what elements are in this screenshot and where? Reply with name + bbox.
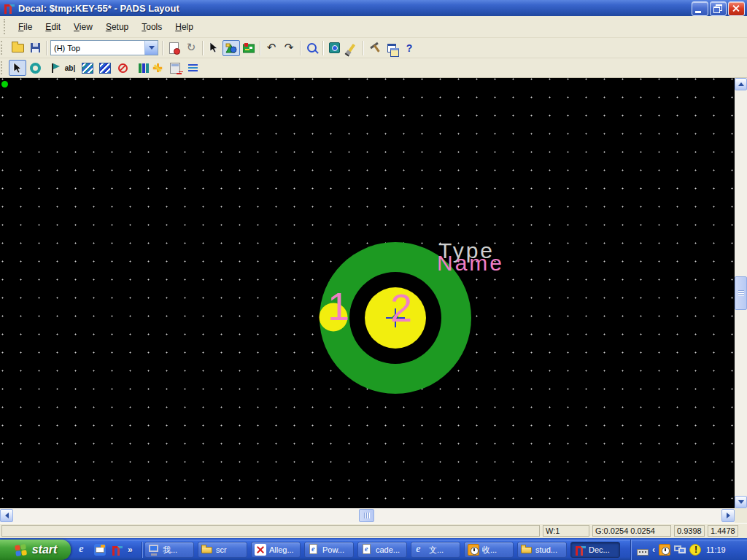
status-y-coordinate: 1.4478 — [708, 525, 738, 537]
open-file-button[interactable] — [9, 40, 26, 56]
undo-icon: ↶ — [267, 42, 276, 53]
menu-edit[interactable]: Edit — [39, 20, 67, 34]
window-title: Decal: $tmp:KEY-55* - PADS Layout — [18, 3, 179, 14]
drafting-toolbar-button[interactable] — [222, 40, 240, 56]
menu-tools[interactable]: Tools — [135, 20, 169, 34]
taskbar-clock[interactable]: 11:19 — [706, 545, 726, 554]
scroll-up-button[interactable] — [735, 78, 747, 90]
menubar-gripper[interactable] — [4, 19, 9, 34]
toolbar2-gripper[interactable] — [1, 61, 6, 74]
scroll-right-button[interactable] — [721, 509, 735, 522]
vertical-scrollbar[interactable] — [735, 78, 747, 508]
keepout-tool-button[interactable] — [114, 60, 131, 76]
status-x-coordinate: 0.9398 — [674, 525, 705, 537]
folder-icon — [201, 544, 213, 556]
task-button-pow[interactable]: Pow... — [304, 542, 354, 558]
html-doc-icon — [308, 544, 320, 556]
task-button-allegro[interactable]: Alleg... — [251, 542, 301, 558]
layer-selector-dropdown-button[interactable] — [144, 41, 158, 55]
minimize-button[interactable] — [692, 1, 708, 16]
app-icon — [3, 2, 15, 14]
task-button-my-docs[interactable]: 我... — [144, 542, 194, 558]
pad-tool-button[interactable] — [26, 60, 44, 76]
text-tool-button[interactable]: ab| — [61, 60, 79, 76]
pcb-toolbar-button[interactable] — [240, 40, 258, 56]
outlook-express-icon[interactable] — [94, 544, 106, 556]
menu-bar: File Edit View Setup Tools Help — [0, 16, 747, 38]
horizontal-scroll-thumb[interactable] — [359, 509, 374, 522]
redo-button[interactable]: ↷ — [280, 40, 298, 56]
drafting-toolbar: ab| — [0, 58, 747, 78]
decal-properties-button[interactable] — [165, 40, 182, 56]
task-button-wen[interactable]: 文... — [411, 542, 460, 558]
task-button-scr[interactable]: scr — [198, 542, 247, 558]
folder-icon — [521, 544, 533, 556]
tools-button[interactable] — [365, 40, 383, 56]
quick-launch-overflow-chevron[interactable]: » — [128, 545, 133, 555]
layer-selector[interactable]: (H) Top — [50, 40, 158, 55]
display-settings-icon[interactable] — [674, 544, 686, 556]
close-button[interactable] — [728, 1, 745, 16]
copper-pour-icon — [99, 63, 111, 74]
list-view-button[interactable] — [184, 60, 201, 76]
internet-explorer-icon[interactable] — [77, 544, 89, 556]
pcb-board-icon — [243, 43, 255, 53]
hammer-icon — [370, 42, 379, 49]
pointer-arrow-icon — [209, 42, 219, 53]
task-button-shou[interactable]: 收... — [464, 542, 514, 558]
board-overview-button[interactable] — [325, 40, 343, 56]
pointer-arrow-icon — [13, 63, 23, 74]
allegro-icon — [255, 544, 266, 556]
sparkle-icon — [153, 67, 162, 69]
board-view-icon — [329, 42, 340, 53]
chevron-down-icon — [149, 46, 155, 50]
save-button[interactable] — [26, 40, 44, 56]
tray-collapse-chevron[interactable]: ‹ — [652, 545, 655, 555]
zoom-button[interactable] — [303, 40, 320, 56]
undo-button[interactable]: ↶ — [263, 40, 280, 56]
list-lines-icon — [188, 64, 198, 66]
menu-help[interactable]: Help — [169, 20, 200, 34]
help-button[interactable]: ? — [400, 40, 418, 56]
task-button-stud[interactable]: stud... — [517, 542, 567, 558]
design-canvas[interactable]: 1 2 Type Name — [0, 78, 735, 508]
restore-button[interactable] — [710, 1, 727, 16]
copper-tool-button[interactable] — [79, 60, 96, 76]
reload-button[interactable]: ↻ — [182, 40, 200, 56]
dimension-tool-button[interactable] — [166, 60, 184, 76]
menu-file[interactable]: File — [12, 20, 39, 34]
security-alert-icon[interactable] — [689, 544, 701, 556]
horizontal-scrollbar[interactable] — [0, 508, 735, 523]
select-tool-button[interactable] — [9, 60, 26, 76]
copper-pour-tool-button[interactable] — [96, 60, 114, 76]
name-attribute-label[interactable]: Name — [437, 251, 504, 275]
dimension-icon — [170, 63, 180, 74]
pads-layout-icon[interactable] — [111, 544, 123, 556]
decal-drawing: 1 2 Type Name — [0, 78, 735, 508]
text-tool-icon: ab| — [65, 64, 75, 72]
copper-icon — [82, 63, 93, 74]
toolbar1-gripper[interactable] — [1, 41, 6, 55]
redraw-button[interactable] — [343, 40, 360, 56]
layers-window-button[interactable] — [383, 40, 400, 56]
task-button-decal-active[interactable]: Dec... — [570, 542, 620, 558]
taskbar: start » 我... scr Alleg... Pow... cade...… — [0, 540, 747, 560]
select-mode-button[interactable] — [205, 40, 222, 56]
status-bar: W:1 G:0.0254 0.0254 0.9398 1.4478 — [0, 523, 747, 540]
menu-view[interactable]: View — [67, 20, 99, 34]
menu-setup[interactable]: Setup — [99, 20, 135, 34]
scroll-left-button[interactable] — [0, 509, 13, 522]
start-button[interactable]: start — [0, 540, 71, 560]
task-button-cade[interactable]: cade... — [357, 542, 407, 558]
chevron-up-icon — [738, 82, 744, 86]
pad-ring-icon — [30, 63, 41, 74]
pin-2-label[interactable]: 2 — [390, 286, 412, 330]
pin-1-label[interactable]: 1 — [328, 284, 349, 328]
scroll-down-button[interactable] — [735, 496, 747, 508]
keyboard-layout-icon[interactable] — [637, 549, 649, 556]
vertical-scroll-thumb[interactable] — [735, 276, 747, 310]
scheduler-clock-icon[interactable] — [659, 544, 670, 556]
library-button[interactable] — [131, 60, 149, 76]
terminal-tool-button[interactable] — [44, 60, 61, 76]
flash-tool-button[interactable] — [149, 60, 166, 76]
